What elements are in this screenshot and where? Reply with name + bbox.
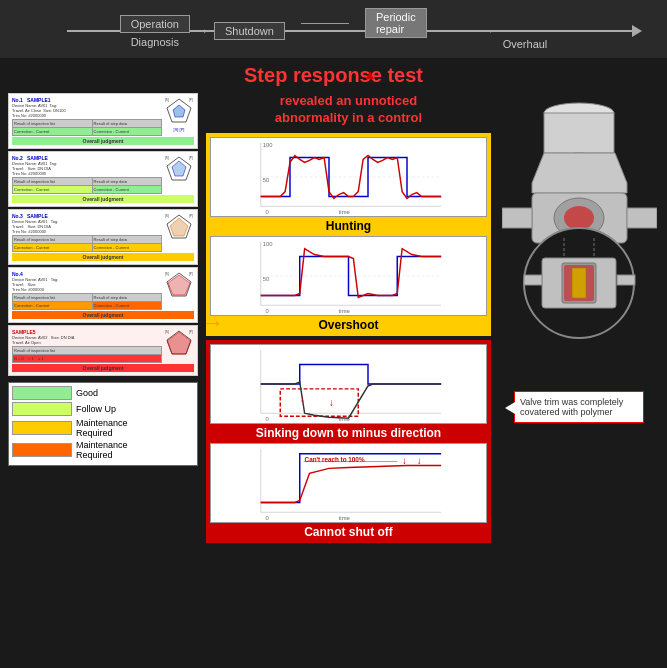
report-doc-5: SAMPLE5 Device Name: AV02 Size: DN DIA T… <box>8 325 198 376</box>
callout-box: Valve trim was completely covatered with… <box>514 391 644 423</box>
sinking-chart-wrapper: ↓ ↓ 0 time Sinking down to minus directi… <box>210 344 487 440</box>
sinking-label: Sinking down to minus direction <box>210 426 487 440</box>
timeline-arrow-2: ————→ <box>435 24 495 38</box>
timeline-label-diagnosis: Diagnosis <box>131 36 179 48</box>
svg-text:[P]: [P] <box>189 330 193 334</box>
overshoot-chart-svg: 100 50 0 time <box>211 237 486 315</box>
svg-text:[S]: [S] <box>165 98 169 102</box>
right-panel: Valve trim was completely covatered with… <box>499 93 659 665</box>
svg-marker-17 <box>167 332 191 354</box>
cannotshutoff-label: Cannot shut off <box>210 525 487 539</box>
svg-point-60 <box>564 206 594 230</box>
overshoot-label: Overshoot <box>210 318 487 332</box>
svg-text:[S]: [S] <box>165 330 169 334</box>
overshoot-chart-wrapper: 100 50 0 time Overshoot <box>210 236 487 332</box>
timeline-bar: Operation Diagnosis → Shutdown ———— Peri… <box>0 0 667 58</box>
svg-text:time: time <box>339 515 350 521</box>
svg-text:[P]: [P] <box>189 214 193 218</box>
svg-text:[P]: [P] <box>189 98 193 102</box>
timeline-box-shutdown: Shutdown <box>214 22 285 40</box>
step-response-title: Step response test ▲ <box>0 64 667 87</box>
svg-rect-54 <box>544 113 614 153</box>
cannotshutoff-chart: ↓ ↓ Can't reach to 100% 0 time <box>210 443 487 523</box>
timeline-item-overhaul: Overhaul <box>503 13 548 50</box>
svg-rect-67 <box>617 275 635 285</box>
pentagon-2: [S] [P] <box>164 155 194 185</box>
svg-marker-9 <box>170 218 188 236</box>
svg-text:[P]: [P] <box>189 156 193 160</box>
svg-text:50: 50 <box>263 177 270 183</box>
hunting-chart-wrapper: 100 50 0 time Hunting <box>210 137 487 233</box>
svg-text:time: time <box>339 308 350 314</box>
timeline-item-shutdown: Shutdown <box>214 22 285 40</box>
center-panel: revealed an unnoticed abnormality in a c… <box>206 93 491 665</box>
svg-marker-5 <box>172 161 186 176</box>
yellow-arrow-connector: → <box>202 310 224 336</box>
cannotshutoff-chart-wrapper: ↓ ↓ Can't reach to 100% 0 time Cannot sh… <box>210 443 487 539</box>
report-doc-2: No.2 SAMPLE Device Name: AV01Tag: Travel… <box>8 151 198 207</box>
pentagon-3: [S] [P] <box>164 213 194 243</box>
legend-box: Good Follow Up MaintenanceRequired Maint… <box>8 382 198 466</box>
hunting-chart-svg: 100 50 0 time <box>211 138 486 216</box>
svg-text:50: 50 <box>263 276 270 282</box>
svg-text:↓: ↓ <box>300 392 305 403</box>
main-content: No.1 SAMPLE1 Device Name: AV01 Tag: Trav… <box>0 89 667 668</box>
svg-rect-65 <box>572 268 586 298</box>
legend-item-good: Good <box>12 386 194 400</box>
left-panel: No.1 SAMPLE1 Device Name: AV01 Tag: Trav… <box>8 93 198 665</box>
red-section: ↓ ↓ 0 time Sinking down to minus directi… <box>206 340 491 543</box>
legend-color-maintenance1 <box>12 421 72 435</box>
timeline-label-overhaul: Overhaul <box>503 38 548 50</box>
timeline-item-operation: Operation Diagnosis <box>120 15 190 48</box>
pentagon-5: [S] [P] <box>164 329 194 359</box>
legend-item-maintenance1: MaintenanceRequired <box>12 418 194 438</box>
svg-text:time: time <box>339 209 350 215</box>
timeline-box-periodic: Periodicrepair <box>365 8 427 38</box>
svg-text:[P]: [P] <box>189 272 193 276</box>
report-doc-3: No.3 SAMPLE Device Name: AV01 Tag: Trave… <box>8 209 198 265</box>
legend-item-followup: Follow Up <box>12 402 194 416</box>
legend-color-maintenance2 <box>12 443 72 457</box>
valve-diagram-svg <box>502 93 657 383</box>
svg-marker-1 <box>173 105 185 117</box>
sinking-chart-svg: ↓ ↓ 0 time <box>211 345 486 423</box>
svg-text:100: 100 <box>263 241 274 247</box>
timeline-box-operation: Operation <box>120 15 190 33</box>
pentagon-1: [S] [P] <box>164 97 194 127</box>
hunting-chart: 100 50 0 time <box>210 137 487 217</box>
report-doc-4: No.4 Device Name: AV01 Tag: Travel: Size… <box>8 267 198 323</box>
svg-text:100: 100 <box>263 142 274 148</box>
red-triangle: ▲ <box>363 66 377 82</box>
abnormality-text: revealed an unnoticed abnormality in a c… <box>206 93 491 127</box>
svg-marker-13 <box>168 275 190 295</box>
svg-rect-59 <box>627 208 657 228</box>
svg-text:time: time <box>339 416 350 422</box>
legend-color-followup <box>12 402 72 416</box>
report-doc-1: No.1 SAMPLE1 Device Name: AV01 Tag: Trav… <box>8 93 198 149</box>
svg-rect-58 <box>502 208 532 228</box>
timeline-inner: Operation Diagnosis → Shutdown ———— Peri… <box>0 8 667 54</box>
svg-text:[S]: [S] <box>165 214 169 218</box>
overshoot-chart: 100 50 0 time <box>210 236 487 316</box>
timeline-arrow-1: → <box>194 22 210 40</box>
hunting-label: Hunting <box>210 219 487 233</box>
svg-text:[S]: [S] <box>165 272 169 276</box>
cannotshutoff-chart-svg: ↓ ↓ Can't reach to 100% 0 time <box>211 444 486 522</box>
sinking-chart: ↓ ↓ 0 time <box>210 344 487 424</box>
svg-rect-66 <box>524 275 542 285</box>
svg-text:↓: ↓ <box>402 454 407 465</box>
pentagon-4: [S] [P] <box>164 271 194 301</box>
timeline-dash: ———— <box>301 16 349 30</box>
svg-text:↓: ↓ <box>417 454 422 465</box>
timeline-item-periodic: Periodicrepair <box>365 8 427 38</box>
svg-text:↓: ↓ <box>329 397 334 408</box>
svg-text:[S]: [S] <box>165 156 169 160</box>
legend-color-good <box>12 386 72 400</box>
legend-item-maintenance2: MaintenanceRequired <box>12 440 194 460</box>
red-arrow-connector: → <box>202 520 224 546</box>
yellow-section: 100 50 0 time Hunting <box>206 133 491 336</box>
